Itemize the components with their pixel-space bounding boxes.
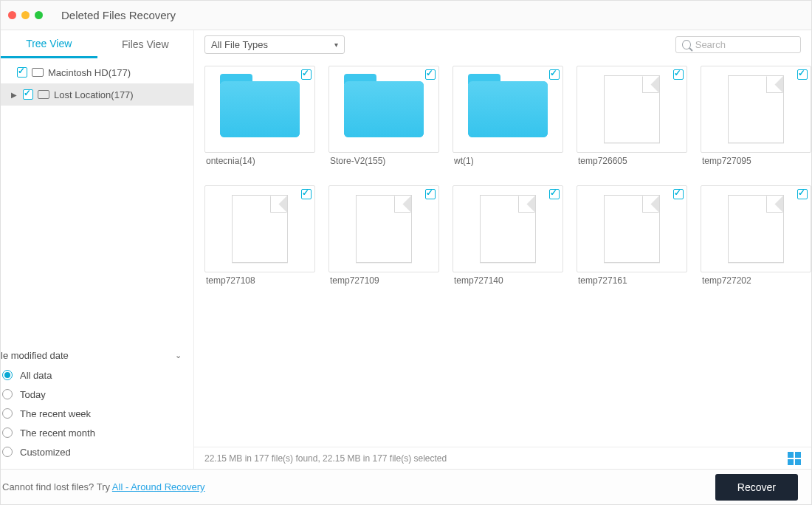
grid-item[interactable]: ontecnia(14) (204, 66, 315, 166)
item-label: ontecnia(14) (204, 153, 315, 166)
item-label: temp727109 (328, 272, 439, 286)
file-icon (356, 195, 412, 263)
status-text: 22.15 MB in 177 file(s) found, 22.15 MB … (204, 453, 447, 464)
grid-item[interactable]: Store-V2(155) (328, 66, 439, 166)
item-label: Store-V2(155) (328, 153, 439, 166)
file-thumb[interactable] (577, 66, 687, 153)
grid-view-icon[interactable] (788, 452, 801, 465)
item-label: temp727161 (577, 272, 687, 286)
item-checkbox-icon[interactable] (797, 189, 808, 199)
filter-option-label: Today (20, 389, 46, 400)
file-thumb[interactable] (701, 66, 811, 153)
checkbox-icon[interactable] (17, 67, 27, 78)
sidebar: Tree View Files View Macintosh HD(177) ▶ (1, 30, 194, 469)
item-label: temp727108 (204, 272, 315, 286)
item-label: temp727095 (701, 153, 811, 166)
folder-thumb[interactable] (328, 66, 439, 153)
grid-item[interactable]: temp727140 (453, 185, 563, 286)
checkbox-icon[interactable] (23, 89, 33, 100)
grid-item[interactable]: temp727108 (204, 185, 315, 286)
footer: Cannot find lost files? Try All - Around… (1, 469, 811, 504)
filter-option-label: The recent week (20, 408, 91, 419)
filter-options: All dataTodayThe recent weekThe recent m… (1, 365, 189, 461)
item-checkbox-icon[interactable] (797, 69, 808, 80)
grid-item[interactable]: temp727161 (577, 185, 687, 286)
recover-button[interactable]: Recover (715, 474, 798, 501)
grid-item[interactable]: temp727202 (701, 185, 811, 286)
file-thumb[interactable] (453, 185, 563, 272)
hint: Cannot find lost files? Try All - Around… (2, 481, 205, 492)
hint-prefix: Cannot find lost files? Try (2, 481, 112, 492)
titlebar: Deleted Files Recovery (1, 1, 811, 30)
item-checkbox-icon[interactable] (425, 69, 436, 80)
filter-option-label: The recent month (20, 427, 95, 439)
tree-label: Macintosh HD(177) (48, 67, 131, 78)
file-thumb[interactable] (328, 185, 439, 272)
drive-icon (32, 68, 44, 77)
filter-option[interactable]: Customized (1, 442, 189, 461)
file-grid: ontecnia(14)Store-V2(155)wt(1)temp726605… (194, 58, 811, 447)
item-checkbox-icon[interactable] (425, 189, 436, 199)
grid-item[interactable]: temp727109 (328, 185, 439, 286)
radio-icon[interactable] (2, 447, 13, 457)
file-thumb[interactable] (577, 185, 687, 272)
radio-icon[interactable] (2, 370, 13, 380)
item-checkbox-icon[interactable] (301, 69, 312, 80)
sidebar-tabs: Tree View Files View (1, 30, 193, 58)
search-box[interactable] (675, 36, 801, 53)
grid-item[interactable]: wt(1) (453, 66, 563, 166)
tab-files-view[interactable]: Files View (97, 30, 194, 58)
file-icon (728, 75, 784, 143)
radio-icon[interactable] (2, 389, 13, 399)
file-icon (604, 75, 660, 143)
grid-item[interactable]: temp726605 (577, 66, 687, 166)
file-thumb[interactable] (701, 185, 811, 272)
filter-option[interactable]: The recent week (1, 404, 189, 423)
page-title: Deleted Files Recovery (61, 9, 176, 21)
search-icon (682, 40, 691, 49)
grid-item[interactable]: temp727095 (701, 66, 811, 166)
filter-option[interactable]: Today (1, 385, 189, 404)
filetype-select[interactable]: All File Types ▾ (204, 35, 345, 54)
item-checkbox-icon[interactable] (673, 189, 684, 199)
modified-date-filter: le modified date ⌄ All dataTodayThe rece… (1, 343, 193, 469)
item-label: temp727140 (453, 272, 563, 286)
item-label: temp727202 (701, 272, 811, 286)
filter-option-label: All data (20, 370, 52, 381)
file-tree: Macintosh HD(177) ▶ Lost Location(177) (1, 58, 193, 106)
file-thumb[interactable] (204, 185, 315, 272)
hint-link[interactable]: All - Around Recovery (112, 481, 205, 492)
item-checkbox-icon[interactable] (549, 189, 560, 199)
tree-root-drive[interactable]: Macintosh HD(177) (1, 61, 193, 83)
chevron-right-icon[interactable]: ▶ (11, 91, 18, 99)
folder-icon (220, 81, 300, 137)
drive-icon (38, 90, 49, 99)
search-input[interactable] (695, 39, 794, 50)
file-icon (480, 195, 536, 263)
filter-header[interactable]: le modified date ⌄ (1, 347, 189, 365)
item-checkbox-icon[interactable] (549, 69, 560, 80)
filetype-select-label: All File Types (211, 39, 268, 50)
file-icon (728, 195, 784, 263)
item-checkbox-icon[interactable] (673, 69, 684, 80)
item-checkbox-icon[interactable] (301, 189, 312, 199)
radio-icon[interactable] (2, 427, 13, 438)
tree-node-lost-location[interactable]: ▶ Lost Location(177) (1, 83, 193, 106)
toolbar: All File Types ▾ (194, 30, 811, 58)
item-label: wt(1) (453, 153, 563, 166)
tab-tree-view[interactable]: Tree View (1, 30, 97, 58)
close-window-icon[interactable] (8, 11, 16, 19)
filter-option[interactable]: All data (1, 365, 189, 385)
filter-option[interactable]: The recent month (1, 423, 189, 442)
chevron-down-icon: ▾ (334, 41, 338, 49)
file-icon (604, 195, 660, 263)
folder-thumb[interactable] (204, 66, 315, 153)
radio-icon[interactable] (2, 408, 13, 419)
zoom-window-icon[interactable] (35, 11, 43, 19)
chevron-down-icon: ⌄ (175, 351, 182, 360)
minimize-window-icon[interactable] (21, 11, 30, 19)
folder-thumb[interactable] (453, 66, 563, 153)
filter-title: le modified date (1, 350, 69, 361)
folder-icon (468, 81, 548, 137)
filter-option-label: Customized (20, 447, 71, 458)
